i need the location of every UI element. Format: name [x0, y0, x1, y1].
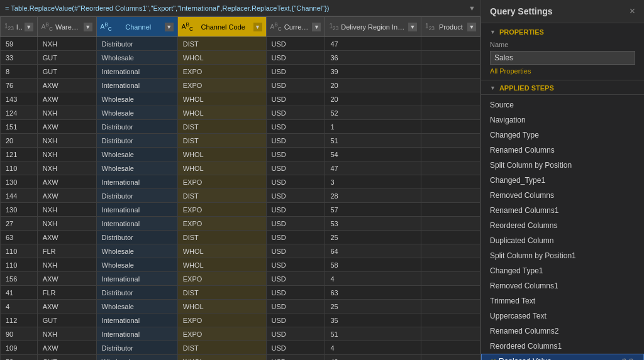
table-cell: Distributor [96, 37, 177, 51]
step-item-changed_type[interactable]: Changed Type [481, 128, 644, 143]
col-filter-channel[interactable]: ▼ [165, 23, 174, 31]
step-label-removed_columns1: Removed Columns1 [490, 281, 635, 290]
table-cell: AXW [37, 79, 96, 92]
step-label-changed_type1: Changed_Type1 [490, 176, 635, 185]
table-cell: USD [266, 161, 325, 175]
step-item-trimmed_text[interactable]: Trimmed Text [481, 293, 644, 308]
table-cell: 130 [1, 175, 38, 189]
table-cell [421, 92, 480, 106]
col-filter-product[interactable]: ▼ [467, 23, 476, 31]
table-cell: USD [266, 327, 325, 341]
table-cell: USD [266, 231, 325, 244]
table-cell: NXH [37, 217, 96, 231]
step-item-split_column2[interactable]: Split Column by Position1⚙ [481, 248, 644, 263]
table-cell: NXH [37, 161, 96, 175]
step-gear-icon-replaced_value[interactable]: ⚙ [621, 357, 628, 360]
table-row: 110FLRWholesaleWHOLUSD64 [1, 244, 480, 258]
table-cell [421, 272, 480, 286]
step-item-duplicated_column[interactable]: Duplicated Column [481, 233, 644, 248]
step-item-changed_type2[interactable]: Changed Type1 [481, 263, 644, 278]
table-container[interactable]: 123 Index ▼ ABC Warehouse ▼ [0, 16, 480, 360]
step-item-changed_type1[interactable]: Changed_Type1 [481, 173, 644, 188]
formula-text: = Table.ReplaceValue(#"Reordered Columns… [5, 4, 329, 12]
table-cell [421, 148, 480, 161]
step-item-navigation[interactable]: Navigation⚙ [481, 112, 644, 128]
table-row: 41FLRDistributorDISTUSD63 [1, 286, 480, 300]
table-cell: 8 [1, 65, 38, 79]
table-cell [421, 355, 480, 361]
col-filter-delivery[interactable]: ▼ [408, 23, 417, 31]
col-filter-index[interactable]: ▼ [25, 23, 33, 31]
col-header-channelcode[interactable]: ABC Channel Code ▼ [177, 17, 266, 37]
step-label-removed_columns: Removed Columns [490, 191, 635, 200]
close-button[interactable]: × [630, 6, 635, 16]
step-label-source: Source [490, 101, 628, 109]
table-cell: 63 [1, 231, 38, 244]
col-filter-channelcode[interactable]: ▼ [253, 23, 262, 31]
table-cell: Distributor [96, 120, 177, 134]
col-header-currency[interactable]: ABC Currency ▼ [266, 17, 325, 37]
table-cell: 52 [1, 355, 38, 361]
step-item-reordered_columns1[interactable]: Reordered Columns1 [481, 339, 644, 354]
table-row: 59NXHDistributorDISTUSD47 [1, 37, 480, 51]
applied-steps-header[interactable]: ▼ APPLIED STEPS [490, 84, 635, 92]
table-cell: 41 [1, 286, 38, 300]
col-icon-delivery: 123 [329, 23, 338, 31]
table-row: 27NXHInternationalEXPOUSD53 [1, 217, 480, 231]
step-item-removed_columns1[interactable]: Removed Columns1 [481, 278, 644, 293]
table-cell: EXPO [177, 175, 266, 189]
col-header-index[interactable]: 123 Index ▼ [1, 17, 38, 37]
table-cell [421, 327, 480, 341]
table-cell: Wholesale [96, 258, 177, 272]
table-cell: International [96, 175, 177, 189]
table-cell: 124 [1, 106, 38, 120]
step-item-reordered_columns[interactable]: Reordered Columns [481, 218, 644, 233]
col-icon-channelcode: ABC [182, 21, 193, 32]
table-row: 121NXHWholesaleWHOLUSD54 [1, 148, 480, 161]
table-cell: 110 [1, 258, 38, 272]
table-cell: NXH [37, 203, 96, 217]
name-label: Name [490, 41, 635, 48]
table-cell: WHOL [177, 355, 266, 361]
table-cell [421, 134, 480, 148]
step-item-removed_columns[interactable]: Removed Columns [481, 188, 644, 203]
table-cell: 40 [325, 355, 421, 361]
name-input[interactable] [490, 51, 635, 65]
table-cell: USD [266, 120, 325, 134]
formula-expand-icon[interactable]: ▼ [469, 4, 475, 12]
step-gear-icon-active[interactable]: ⚙ [628, 357, 635, 360]
table-cell: Distributor [96, 189, 177, 203]
table-cell: 57 [325, 203, 421, 217]
table-cell [421, 231, 480, 244]
col-header-warehouse[interactable]: ABC Warehouse ▼ [37, 17, 96, 37]
table-header-row: 123 Index ▼ ABC Warehouse ▼ [1, 17, 480, 37]
properties-header[interactable]: ▼ PROPERTIES [490, 28, 635, 36]
step-item-renamed_columns2[interactable]: Renamed Columns2 [481, 324, 644, 339]
step-item-split_column[interactable]: Split Column by Position⚙ [481, 158, 644, 173]
col-header-delivery[interactable]: 123 Delivery Region Index ▼ [325, 17, 421, 37]
col-header-product[interactable]: 123 Product ▼ [421, 17, 480, 37]
all-properties-link[interactable]: All Properties [490, 67, 635, 75]
col-filter-currency[interactable]: ▼ [312, 23, 321, 31]
step-item-replaced_value[interactable]: ✕Replaced Value⚙⚙Replaced Value [481, 354, 644, 360]
table-cell: AXW [37, 189, 96, 203]
step-item-source[interactable]: Source⚙ [481, 97, 644, 112]
table-row: 109AXWDistributorDISTUSD4 [1, 341, 480, 355]
table-cell: 90 [1, 327, 38, 341]
table-cell: AXW [37, 92, 96, 106]
steps-list: Source⚙Navigation⚙Changed TypeRenamed Co… [481, 95, 644, 360]
table-cell [421, 286, 480, 300]
table-cell: DIST [177, 134, 266, 148]
table-row: 143AXWWholesaleWHOLUSD20 [1, 92, 480, 106]
step-item-renamed_columns1[interactable]: Renamed Columns1 [481, 203, 644, 218]
table-cell: USD [266, 148, 325, 161]
step-item-uppercased_text[interactable]: Uppercased Text [481, 308, 644, 324]
step-label-uppercased_text: Uppercased Text [490, 312, 635, 320]
col-filter-warehouse[interactable]: ▼ [84, 23, 92, 31]
table-row: 156AXWInternationalEXPOUSD4 [1, 272, 480, 286]
table-cell: 25 [325, 300, 421, 314]
col-header-channel[interactable]: ABC Channel ▼ [96, 17, 177, 37]
table-cell: 20 [1, 134, 38, 148]
table-cell: DIST [177, 189, 266, 203]
step-item-renamed_columns[interactable]: Renamed Columns [481, 143, 644, 158]
